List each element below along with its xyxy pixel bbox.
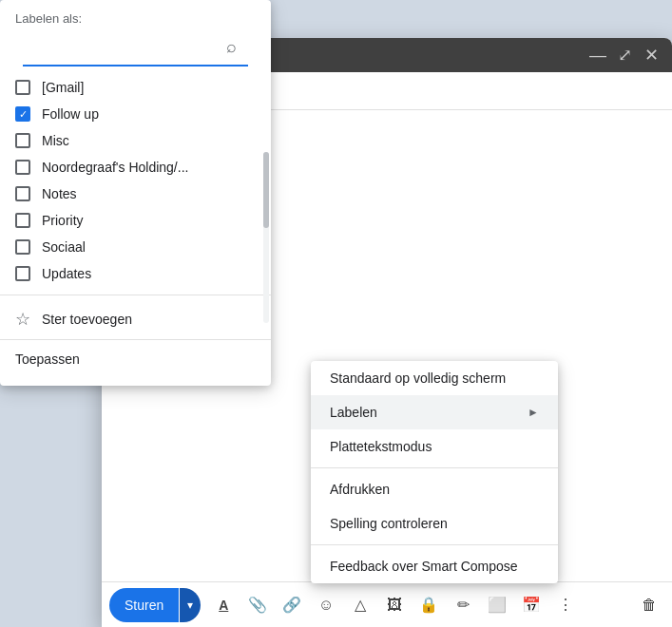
templates-icon: ⬜ — [488, 596, 507, 614]
link-button[interactable]: 🔗 — [277, 590, 307, 620]
schedule-button[interactable]: 📅 — [516, 590, 547, 620]
signature-icon: ✏ — [457, 596, 470, 614]
label-search-input[interactable] — [34, 40, 226, 55]
label-checkbox-notes[interactable] — [15, 186, 30, 201]
more-icon: ⋮ — [558, 596, 573, 614]
context-menu-divider-1 — [311, 467, 558, 468]
label-panel-header: Labelen als: — [0, 0, 271, 33]
label-text: Updates — [42, 266, 91, 281]
label-text: Noordegraaf's Holding/... — [42, 160, 188, 175]
label-text: Priority — [42, 213, 84, 228]
label-star-row[interactable]: ☆ Ster toevoegen — [0, 303, 271, 335]
star-icon: ☆ — [15, 309, 30, 330]
compose-header-icons: — ⤢ ✕ — [588, 46, 661, 65]
context-menu-item-fullscreen[interactable]: Standaard op volledig scherm — [311, 361, 558, 395]
chevron-down-icon: ▾ — [187, 598, 193, 612]
label-search-row: ⌕ — [23, 33, 248, 66]
list-item[interactable]: Noordegraaf's Holding/... — [0, 154, 271, 180]
star-label: Ster toevoegen — [42, 312, 132, 327]
photo-button[interactable]: 🖼 — [379, 590, 410, 620]
label-checkbox-sociaal[interactable] — [15, 239, 30, 255]
label-checkbox-gmail[interactable] — [15, 80, 30, 95]
maximize-icon[interactable]: ⤢ — [615, 46, 634, 65]
emoji-button[interactable]: ☺ — [311, 590, 341, 620]
calendar-icon: 📅 — [522, 596, 541, 614]
send-arrow-button[interactable]: ▾ — [180, 588, 201, 622]
label-checkbox-priority[interactable] — [15, 213, 30, 228]
label-text: Notes — [42, 186, 77, 201]
search-icon: ⌕ — [226, 37, 237, 57]
format-text-button[interactable]: A — [208, 590, 239, 620]
label-text: [Gmail] — [42, 80, 84, 95]
scrollbar-thumb[interactable] — [263, 152, 269, 228]
attach-button[interactable]: 📎 — [242, 590, 273, 620]
text-format-icon: A — [219, 598, 228, 613]
label-apply-row: Toepassen — [0, 339, 271, 378]
context-menu: Standaard op volledig scherm Labelen ► P… — [311, 361, 558, 583]
list-item[interactable]: Updates — [0, 260, 271, 287]
labels-label: Labelen — [330, 405, 377, 420]
label-divider — [0, 294, 271, 295]
lock-button[interactable]: 🔒 — [413, 590, 444, 620]
list-item[interactable]: Notes — [0, 180, 271, 207]
plaintext-label: Plattetekstmodus — [330, 439, 432, 454]
context-menu-item-labels[interactable]: Labelen ► — [311, 395, 558, 429]
signature-button[interactable]: ✏ — [448, 590, 478, 620]
list-item[interactable]: Priority — [0, 207, 271, 234]
context-menu-item-smart-compose[interactable]: Feedback over Smart Compose — [311, 549, 558, 583]
label-checkbox-noordegraaf[interactable] — [15, 160, 30, 175]
more-options-button[interactable]: ⋮ — [550, 590, 581, 620]
lock-icon: 🔒 — [419, 596, 438, 614]
templates-button[interactable]: ⬜ — [482, 590, 512, 620]
smart-compose-label: Feedback over Smart Compose — [330, 559, 518, 574]
list-item[interactable]: Follow up — [0, 101, 271, 127]
label-text: Misc — [42, 133, 69, 148]
send-button[interactable]: Sturen — [109, 588, 179, 622]
attachment-icon: 📎 — [248, 596, 267, 614]
list-item[interactable]: Sociaal — [0, 234, 271, 260]
list-item[interactable]: [Gmail] — [0, 74, 271, 101]
label-text: Sociaal — [42, 239, 86, 255]
minimize-icon[interactable]: — — [588, 46, 607, 65]
link-icon: 🔗 — [282, 596, 301, 614]
close-icon[interactable]: ✕ — [642, 46, 661, 65]
drive-button[interactable]: △ — [345, 590, 375, 620]
label-apply-button[interactable]: Toepassen — [15, 348, 80, 370]
context-menu-item-print[interactable]: Afdrukken — [311, 472, 558, 506]
photo-icon: 🖼 — [387, 597, 402, 614]
label-checkbox-misc[interactable] — [15, 133, 30, 148]
fullscreen-label: Standaard op volledig scherm — [330, 370, 506, 386]
compose-toolbar-bottom: Sturen ▾ A 📎 🔗 ☺ △ 🖼 🔒 ✏ ⬜ — [102, 581, 672, 627]
label-text: Follow up — [42, 106, 99, 122]
context-menu-item-spellcheck[interactable]: Spelling controleren — [311, 506, 558, 541]
context-menu-divider-2 — [311, 544, 558, 545]
trash-icon: 🗑 — [642, 597, 657, 614]
label-checkbox-updates[interactable] — [15, 266, 30, 281]
send-group: Sturen ▾ — [109, 588, 201, 622]
delete-button[interactable]: 🗑 — [634, 590, 664, 620]
emoji-icon: ☺ — [318, 597, 334, 614]
label-checkbox-followup[interactable] — [15, 106, 30, 122]
list-item[interactable]: Misc — [0, 127, 271, 154]
label-panel: Labelen als: ⌕ [Gmail] Follow up Misc No… — [0, 0, 271, 386]
drive-icon: △ — [355, 596, 366, 614]
label-list: [Gmail] Follow up Misc Noordegraaf's Hol… — [0, 74, 271, 287]
context-menu-item-plaintext[interactable]: Plattetekstmodus — [311, 429, 558, 464]
chevron-right-icon: ► — [528, 406, 539, 419]
print-label: Afdrukken — [330, 482, 390, 497]
spellcheck-label: Spelling controleren — [330, 516, 448, 531]
scrollbar-track[interactable] — [263, 152, 269, 323]
